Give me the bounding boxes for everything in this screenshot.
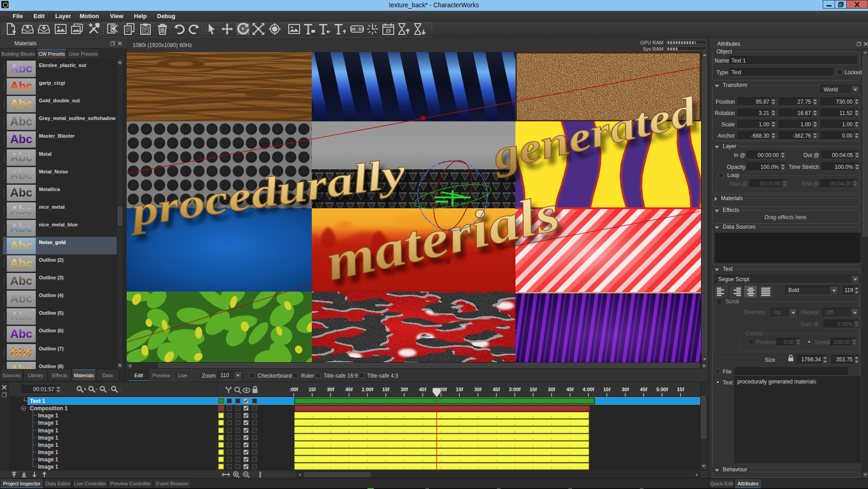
svg-text:06:59: 06:59 [350, 27, 364, 32]
svg-text:23: 23 [386, 29, 391, 34]
